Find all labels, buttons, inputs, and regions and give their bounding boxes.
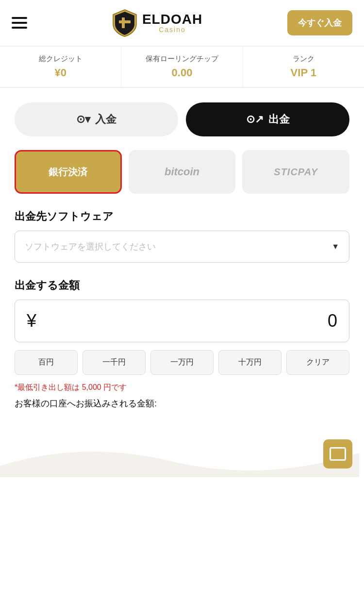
deposit-icon: ⊙▾ (76, 113, 90, 126)
amount-section: 出金する金額 ¥ 0 百円 一千円 一万円 十万円 クリア *最低引き出し額は … (15, 278, 349, 409)
quick-100[interactable]: 百円 (15, 350, 78, 375)
stat-credit: 総クレジット ¥0 (0, 47, 121, 87)
logo-text: ELDOAH Casino (142, 13, 202, 33)
sticpay-label: STICPAY (274, 167, 318, 178)
rolling-label: 保有ローリングチップ (146, 54, 218, 64)
quick-1000[interactable]: 一千円 (83, 350, 146, 375)
clear-button[interactable]: クリア (286, 350, 349, 375)
tab-row: ⊙▾ 入金 ⊙↗ 出金 (15, 102, 349, 136)
stat-rank: ランク VIP 1 (243, 47, 364, 87)
rolling-value: 0.00 (172, 67, 193, 79)
wave-decoration (0, 438, 359, 477)
payment-bitcoin[interactable]: bitcoin (129, 150, 236, 194)
logo-shield-icon (112, 9, 137, 37)
currency-symbol: ¥ (27, 311, 36, 331)
amount-input-box[interactable]: ¥ 0 (15, 300, 349, 342)
payment-method-row: 銀行決済 bitcoin STICPAY (15, 150, 349, 194)
dropdown-placeholder: ソフトウェアを選択してください (25, 241, 156, 252)
rank-value: VIP 1 (291, 67, 316, 79)
payment-sticpay[interactable]: STICPAY (242, 150, 349, 194)
withdraw-label: 出金 (268, 112, 290, 127)
chat-icon (330, 447, 346, 461)
instant-deposit-button[interactable]: 今すぐ入金 (287, 10, 352, 35)
quick-amount-buttons: 百円 一千円 一万円 十万円 クリア (15, 350, 349, 375)
amount-section-title: 出金する金額 (15, 278, 349, 293)
tab-withdraw[interactable]: ⊙↗ 出金 (186, 102, 349, 136)
bitcoin-label: bitcoin (165, 166, 199, 178)
payment-bank[interactable]: 銀行決済 (15, 150, 122, 194)
tab-deposit[interactable]: ⊙▾ 入金 (15, 102, 178, 136)
chevron-down-icon: ▼ (331, 242, 339, 251)
transfer-label: お客様の口座へお振込みされる金額: (15, 398, 349, 409)
main-content: ⊙▾ 入金 ⊙↗ 出金 銀行決済 bitcoin STICPAY 出金先ソフトウ… (0, 88, 364, 409)
minimum-warning: *最低引き出し額は 5,000 円です (15, 383, 349, 393)
withdraw-icon: ⊙↗ (246, 113, 264, 126)
bank-label: 銀行決済 (49, 166, 87, 179)
stat-rolling: 保有ローリングチップ 0.00 (121, 47, 243, 87)
software-dropdown[interactable]: ソフトウェアを選択してください ▼ (15, 231, 349, 263)
quick-100000[interactable]: 十万円 (218, 350, 281, 375)
deposit-label: 入金 (95, 112, 116, 127)
amount-value: 0 (328, 311, 337, 331)
svg-rect-1 (119, 20, 131, 23)
credit-value: ¥0 (54, 67, 66, 79)
rank-label: ランク (293, 54, 314, 64)
credit-label: 総クレジット (39, 54, 83, 64)
logo-casino: Casino (142, 26, 202, 33)
chat-button[interactable] (323, 439, 352, 468)
header: ELDOAH Casino 今すぐ入金 (0, 0, 364, 46)
software-section-title: 出金先ソフトウェア (15, 209, 349, 224)
stats-bar: 総クレジット ¥0 保有ローリングチップ 0.00 ランク VIP 1 (0, 46, 364, 88)
menu-button[interactable] (12, 17, 27, 29)
logo: ELDOAH Casino (112, 9, 202, 37)
quick-10000[interactable]: 一万円 (150, 350, 214, 375)
bottom-area (0, 424, 364, 477)
logo-name: ELDOAH (142, 13, 202, 26)
